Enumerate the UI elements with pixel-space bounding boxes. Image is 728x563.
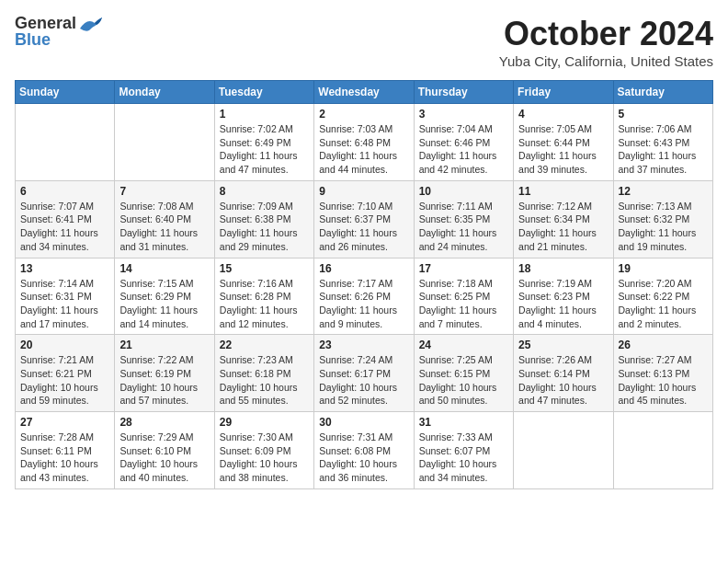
calendar-cell: 21Sunrise: 7:22 AMSunset: 6:19 PMDayligh… [115, 335, 214, 412]
calendar-cell: 5Sunrise: 7:06 AMSunset: 6:43 PMDaylight… [613, 104, 712, 181]
day-info: Sunrise: 7:06 AMSunset: 6:43 PMDaylight:… [619, 122, 708, 177]
day-number: 20 [20, 339, 109, 351]
day-info: Sunrise: 7:08 AMSunset: 6:40 PMDaylight:… [119, 200, 209, 254]
day-number: 8 [220, 185, 309, 198]
calendar-cell: 19Sunrise: 7:20 AMSunset: 6:22 PMDayligh… [613, 258, 712, 335]
calendar-cell: 13Sunrise: 7:14 AMSunset: 6:31 PMDayligh… [16, 258, 115, 335]
day-number: 18 [518, 262, 608, 275]
day-info: Sunrise: 7:31 AMSunset: 6:08 PMDaylight:… [319, 431, 408, 485]
calendar-cell: 20Sunrise: 7:21 AMSunset: 6:21 PMDayligh… [16, 335, 115, 412]
day-info: Sunrise: 7:27 AMSunset: 6:13 PMDaylight:… [619, 353, 708, 408]
day-number: 14 [119, 262, 209, 275]
day-number: 28 [119, 416, 209, 429]
page-header: General Blue October 2024 Yuba City, Cal… [15, 15, 713, 69]
day-info: Sunrise: 7:03 AMSunset: 6:48 PMDaylight:… [319, 122, 408, 177]
calendar-cell [16, 104, 115, 181]
calendar-cell [613, 412, 712, 489]
header-monday: Monday [115, 81, 214, 104]
calendar-cell: 12Sunrise: 7:13 AMSunset: 6:32 PMDayligh… [613, 180, 712, 258]
day-number: 23 [319, 339, 408, 351]
logo-bird-icon [78, 16, 104, 32]
day-info: Sunrise: 7:16 AMSunset: 6:28 PMDaylight:… [220, 277, 309, 331]
calendar-cell: 9Sunrise: 7:10 AMSunset: 6:37 PMDaylight… [314, 180, 414, 258]
day-number: 2 [319, 108, 408, 121]
calendar-cell: 10Sunrise: 7:11 AMSunset: 6:35 PMDayligh… [414, 180, 513, 258]
calendar-header-row: Sunday Monday Tuesday Wednesday Thursday… [16, 81, 713, 104]
day-number: 6 [20, 185, 109, 198]
day-number: 17 [419, 262, 508, 275]
logo: General Blue [15, 15, 104, 50]
calendar-week-row: 27Sunrise: 7:28 AMSunset: 6:11 PMDayligh… [16, 412, 713, 489]
calendar-cell: 6Sunrise: 7:07 AMSunset: 6:41 PMDaylight… [16, 180, 115, 258]
header-sunday: Sunday [16, 81, 115, 104]
day-info: Sunrise: 7:12 AMSunset: 6:34 PMDaylight:… [518, 200, 608, 254]
day-number: 16 [319, 262, 408, 275]
calendar-cell: 15Sunrise: 7:16 AMSunset: 6:28 PMDayligh… [214, 258, 313, 335]
day-info: Sunrise: 7:20 AMSunset: 6:22 PMDaylight:… [619, 277, 708, 331]
header-saturday: Saturday [613, 81, 712, 104]
calendar-week-row: 1Sunrise: 7:02 AMSunset: 6:49 PMDaylight… [16, 104, 713, 181]
calendar-cell: 26Sunrise: 7:27 AMSunset: 6:13 PMDayligh… [613, 335, 712, 412]
day-info: Sunrise: 7:15 AMSunset: 6:29 PMDaylight:… [119, 277, 209, 331]
day-info: Sunrise: 7:05 AMSunset: 6:44 PMDaylight:… [518, 122, 608, 177]
calendar-cell: 31Sunrise: 7:33 AMSunset: 6:07 PMDayligh… [414, 412, 513, 489]
day-info: Sunrise: 7:13 AMSunset: 6:32 PMDaylight:… [619, 200, 708, 254]
header-thursday: Thursday [414, 81, 513, 104]
day-info: Sunrise: 7:28 AMSunset: 6:11 PMDaylight:… [20, 431, 109, 485]
calendar-cell: 1Sunrise: 7:02 AMSunset: 6:49 PMDaylight… [214, 104, 313, 181]
day-info: Sunrise: 7:29 AMSunset: 6:10 PMDaylight:… [119, 431, 209, 485]
calendar-location: Yuba City, California, United States [499, 53, 713, 69]
day-number: 10 [419, 185, 508, 198]
day-number: 12 [619, 185, 708, 198]
header-tuesday: Tuesday [214, 81, 313, 104]
calendar-cell: 27Sunrise: 7:28 AMSunset: 6:11 PMDayligh… [16, 412, 115, 489]
calendar-cell: 23Sunrise: 7:24 AMSunset: 6:17 PMDayligh… [314, 335, 414, 412]
day-info: Sunrise: 7:07 AMSunset: 6:41 PMDaylight:… [20, 200, 109, 254]
day-info: Sunrise: 7:33 AMSunset: 6:07 PMDaylight:… [419, 431, 508, 485]
day-number: 15 [220, 262, 309, 275]
calendar-cell: 2Sunrise: 7:03 AMSunset: 6:48 PMDaylight… [314, 104, 414, 181]
day-number: 22 [220, 339, 309, 351]
day-number: 1 [220, 108, 309, 121]
day-number: 13 [20, 262, 109, 275]
calendar-week-row: 13Sunrise: 7:14 AMSunset: 6:31 PMDayligh… [16, 258, 713, 335]
calendar-cell: 30Sunrise: 7:31 AMSunset: 6:08 PMDayligh… [314, 412, 414, 489]
calendar-cell: 11Sunrise: 7:12 AMSunset: 6:34 PMDayligh… [514, 180, 613, 258]
day-info: Sunrise: 7:24 AMSunset: 6:17 PMDaylight:… [319, 353, 408, 408]
day-number: 25 [518, 339, 608, 351]
day-number: 9 [319, 185, 408, 198]
day-info: Sunrise: 7:22 AMSunset: 6:19 PMDaylight:… [119, 353, 209, 408]
calendar-cell: 24Sunrise: 7:25 AMSunset: 6:15 PMDayligh… [414, 335, 513, 412]
day-info: Sunrise: 7:19 AMSunset: 6:23 PMDaylight:… [518, 277, 608, 331]
day-info: Sunrise: 7:02 AMSunset: 6:49 PMDaylight:… [220, 122, 309, 177]
day-info: Sunrise: 7:26 AMSunset: 6:14 PMDaylight:… [518, 353, 608, 408]
title-block: October 2024 Yuba City, California, Unit… [499, 15, 713, 69]
day-info: Sunrise: 7:14 AMSunset: 6:31 PMDaylight:… [20, 277, 109, 331]
calendar-cell: 3Sunrise: 7:04 AMSunset: 6:46 PMDaylight… [414, 104, 513, 181]
day-info: Sunrise: 7:04 AMSunset: 6:46 PMDaylight:… [419, 122, 508, 177]
day-number: 7 [119, 185, 209, 198]
day-info: Sunrise: 7:10 AMSunset: 6:37 PMDaylight:… [319, 200, 408, 254]
calendar-cell: 16Sunrise: 7:17 AMSunset: 6:26 PMDayligh… [314, 258, 414, 335]
day-info: Sunrise: 7:18 AMSunset: 6:25 PMDaylight:… [419, 277, 508, 331]
day-info: Sunrise: 7:11 AMSunset: 6:35 PMDaylight:… [419, 200, 508, 254]
calendar-week-row: 6Sunrise: 7:07 AMSunset: 6:41 PMDaylight… [16, 180, 713, 258]
day-info: Sunrise: 7:21 AMSunset: 6:21 PMDaylight:… [20, 353, 109, 408]
calendar-cell: 18Sunrise: 7:19 AMSunset: 6:23 PMDayligh… [514, 258, 613, 335]
calendar-cell [514, 412, 613, 489]
day-number: 5 [619, 108, 708, 121]
header-wednesday: Wednesday [314, 81, 414, 104]
day-number: 30 [319, 416, 408, 429]
calendar-cell [115, 104, 214, 181]
day-number: 11 [518, 185, 608, 198]
day-number: 19 [619, 262, 708, 275]
day-number: 31 [419, 416, 508, 429]
header-friday: Friday [514, 81, 613, 104]
calendar-cell: 22Sunrise: 7:23 AMSunset: 6:18 PMDayligh… [214, 335, 313, 412]
day-number: 24 [419, 339, 508, 351]
calendar-cell: 7Sunrise: 7:08 AMSunset: 6:40 PMDaylight… [115, 180, 214, 258]
day-number: 29 [220, 416, 309, 429]
calendar-cell: 4Sunrise: 7:05 AMSunset: 6:44 PMDaylight… [514, 104, 613, 181]
day-number: 26 [619, 339, 708, 351]
calendar-cell: 17Sunrise: 7:18 AMSunset: 6:25 PMDayligh… [414, 258, 513, 335]
